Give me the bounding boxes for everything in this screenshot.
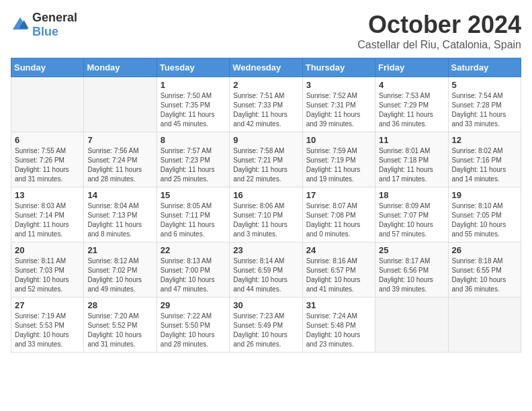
calendar-cell: 1Sunrise: 7:50 AMSunset: 7:35 PMDaylight…	[157, 77, 229, 132]
day-info: Sunrise: 8:07 AMSunset: 7:08 PMDaylight:…	[306, 201, 371, 239]
day-number: 4	[379, 80, 444, 90]
day-number: 14	[87, 190, 152, 200]
calendar-cell: 31Sunrise: 7:24 AMSunset: 5:48 PMDayligh…	[302, 298, 375, 353]
calendar-cell: 11Sunrise: 8:01 AMSunset: 7:18 PMDayligh…	[375, 132, 448, 187]
day-number: 16	[233, 190, 298, 200]
day-number: 28	[87, 300, 152, 310]
calendar-cell: 30Sunrise: 7:23 AMSunset: 5:49 PMDayligh…	[230, 298, 302, 353]
day-info: Sunrise: 8:09 AMSunset: 7:07 PMDaylight:…	[379, 201, 444, 239]
day-number: 17	[306, 190, 371, 200]
day-number: 26	[452, 245, 517, 255]
day-info: Sunrise: 8:06 AMSunset: 7:10 PMDaylight:…	[233, 201, 298, 239]
calendar-cell: 15Sunrise: 8:05 AMSunset: 7:11 PMDayligh…	[157, 187, 229, 242]
day-info: Sunrise: 8:01 AMSunset: 7:18 PMDaylight:…	[379, 146, 444, 184]
day-info: Sunrise: 8:16 AMSunset: 6:57 PMDaylight:…	[306, 257, 371, 294]
day-number: 13	[15, 190, 80, 200]
calendar-cell: 6Sunrise: 7:55 AMSunset: 7:26 PMDaylight…	[11, 132, 84, 187]
weekday-header: Thursday	[302, 58, 375, 77]
weekday-header: Wednesday	[230, 58, 302, 77]
day-number: 27	[15, 300, 80, 310]
day-info: Sunrise: 8:10 AMSunset: 7:05 PMDaylight:…	[452, 201, 517, 239]
title-area: October 2024 Castellar del Riu, Cataloni…	[357, 11, 521, 51]
day-info: Sunrise: 7:56 AMSunset: 7:24 PMDaylight:…	[87, 146, 152, 184]
logo-text-general: General	[32, 11, 77, 24]
day-number: 9	[233, 135, 298, 145]
calendar-cell: 28Sunrise: 7:20 AMSunset: 5:52 PMDayligh…	[84, 298, 157, 353]
day-number: 7	[87, 135, 152, 145]
month-title: October 2024	[357, 11, 521, 39]
day-info: Sunrise: 7:24 AMSunset: 5:48 PMDaylight:…	[306, 312, 371, 349]
day-number: 11	[379, 135, 444, 145]
day-info: Sunrise: 7:51 AMSunset: 7:33 PMDaylight:…	[233, 91, 298, 129]
weekday-header: Saturday	[448, 58, 521, 77]
calendar-cell: 16Sunrise: 8:06 AMSunset: 7:10 PMDayligh…	[230, 187, 302, 242]
day-info: Sunrise: 8:12 AMSunset: 7:02 PMDaylight:…	[87, 257, 152, 294]
day-number: 10	[306, 135, 371, 145]
day-number: 29	[161, 300, 226, 310]
calendar-cell: 4Sunrise: 7:53 AMSunset: 7:29 PMDaylight…	[375, 77, 448, 132]
calendar-cell	[448, 298, 521, 353]
calendar-week-row: 1Sunrise: 7:50 AMSunset: 7:35 PMDaylight…	[11, 77, 521, 132]
day-info: Sunrise: 7:23 AMSunset: 5:49 PMDaylight:…	[233, 312, 298, 349]
calendar-cell: 26Sunrise: 8:18 AMSunset: 6:55 PMDayligh…	[448, 242, 521, 298]
day-number: 3	[306, 80, 371, 90]
logo: General Blue	[11, 11, 77, 39]
calendar-table: SundayMondayTuesdayWednesdayThursdayFrid…	[11, 58, 521, 353]
calendar-cell: 25Sunrise: 8:17 AMSunset: 6:56 PMDayligh…	[375, 242, 448, 298]
calendar-cell: 13Sunrise: 8:03 AMSunset: 7:14 PMDayligh…	[11, 187, 84, 242]
calendar-cell: 10Sunrise: 7:59 AMSunset: 7:19 PMDayligh…	[302, 132, 375, 187]
day-info: Sunrise: 8:11 AMSunset: 7:03 PMDaylight:…	[15, 257, 80, 294]
calendar-cell	[375, 298, 448, 353]
day-number: 25	[379, 245, 444, 255]
day-info: Sunrise: 7:52 AMSunset: 7:31 PMDaylight:…	[306, 91, 371, 129]
day-info: Sunrise: 8:13 AMSunset: 7:00 PMDaylight:…	[161, 257, 226, 294]
calendar-cell: 27Sunrise: 7:19 AMSunset: 5:53 PMDayligh…	[11, 298, 84, 353]
weekday-header: Tuesday	[157, 58, 229, 77]
calendar-cell: 17Sunrise: 8:07 AMSunset: 7:08 PMDayligh…	[302, 187, 375, 242]
calendar-cell: 12Sunrise: 8:02 AMSunset: 7:16 PMDayligh…	[448, 132, 521, 187]
calendar-cell: 3Sunrise: 7:52 AMSunset: 7:31 PMDaylight…	[302, 77, 375, 132]
day-info: Sunrise: 7:54 AMSunset: 7:28 PMDaylight:…	[452, 91, 517, 129]
day-info: Sunrise: 7:53 AMSunset: 7:29 PMDaylight:…	[379, 91, 444, 129]
weekday-header: Monday	[84, 58, 157, 77]
day-info: Sunrise: 7:58 AMSunset: 7:21 PMDaylight:…	[233, 146, 298, 184]
day-info: Sunrise: 7:57 AMSunset: 7:23 PMDaylight:…	[161, 146, 226, 184]
day-number: 6	[15, 135, 80, 145]
calendar-cell: 8Sunrise: 7:57 AMSunset: 7:23 PMDaylight…	[157, 132, 229, 187]
day-number: 21	[87, 245, 152, 255]
calendar-header-row: SundayMondayTuesdayWednesdayThursdayFrid…	[11, 58, 521, 77]
calendar-cell: 21Sunrise: 8:12 AMSunset: 7:02 PMDayligh…	[84, 242, 157, 298]
weekday-header: Sunday	[11, 58, 84, 77]
calendar-cell: 20Sunrise: 8:11 AMSunset: 7:03 PMDayligh…	[11, 242, 84, 298]
calendar-cell: 7Sunrise: 7:56 AMSunset: 7:24 PMDaylight…	[84, 132, 157, 187]
day-info: Sunrise: 8:05 AMSunset: 7:11 PMDaylight:…	[161, 201, 226, 239]
day-number: 31	[306, 300, 371, 310]
day-info: Sunrise: 8:04 AMSunset: 7:13 PMDaylight:…	[87, 201, 152, 239]
day-number: 18	[379, 190, 444, 200]
day-number: 5	[452, 80, 517, 90]
day-number: 20	[15, 245, 80, 255]
calendar-cell: 19Sunrise: 8:10 AMSunset: 7:05 PMDayligh…	[448, 187, 521, 242]
calendar-cell: 22Sunrise: 8:13 AMSunset: 7:00 PMDayligh…	[157, 242, 229, 298]
day-info: Sunrise: 8:17 AMSunset: 6:56 PMDaylight:…	[379, 257, 444, 294]
header: General Blue October 2024 Castellar del …	[11, 11, 521, 51]
calendar-cell: 2Sunrise: 7:51 AMSunset: 7:33 PMDaylight…	[230, 77, 302, 132]
day-number: 12	[452, 135, 517, 145]
day-info: Sunrise: 7:19 AMSunset: 5:53 PMDaylight:…	[15, 312, 80, 349]
calendar-week-row: 6Sunrise: 7:55 AMSunset: 7:26 PMDaylight…	[11, 132, 521, 187]
calendar-week-row: 13Sunrise: 8:03 AMSunset: 7:14 PMDayligh…	[11, 187, 521, 242]
day-number: 30	[233, 300, 298, 310]
calendar-cell: 23Sunrise: 8:14 AMSunset: 6:59 PMDayligh…	[230, 242, 302, 298]
calendar-week-row: 27Sunrise: 7:19 AMSunset: 5:53 PMDayligh…	[11, 298, 521, 353]
day-info: Sunrise: 8:02 AMSunset: 7:16 PMDaylight:…	[452, 146, 517, 184]
day-info: Sunrise: 7:22 AMSunset: 5:50 PMDaylight:…	[161, 312, 226, 349]
logo-icon	[11, 15, 30, 34]
day-number: 22	[161, 245, 226, 255]
weekday-header: Friday	[375, 58, 448, 77]
day-number: 2	[233, 80, 298, 90]
day-info: Sunrise: 7:59 AMSunset: 7:19 PMDaylight:…	[306, 146, 371, 184]
calendar-cell: 9Sunrise: 7:58 AMSunset: 7:21 PMDaylight…	[230, 132, 302, 187]
day-info: Sunrise: 8:18 AMSunset: 6:55 PMDaylight:…	[452, 257, 517, 294]
calendar-cell: 24Sunrise: 8:16 AMSunset: 6:57 PMDayligh…	[302, 242, 375, 298]
calendar-cell: 29Sunrise: 7:22 AMSunset: 5:50 PMDayligh…	[157, 298, 229, 353]
